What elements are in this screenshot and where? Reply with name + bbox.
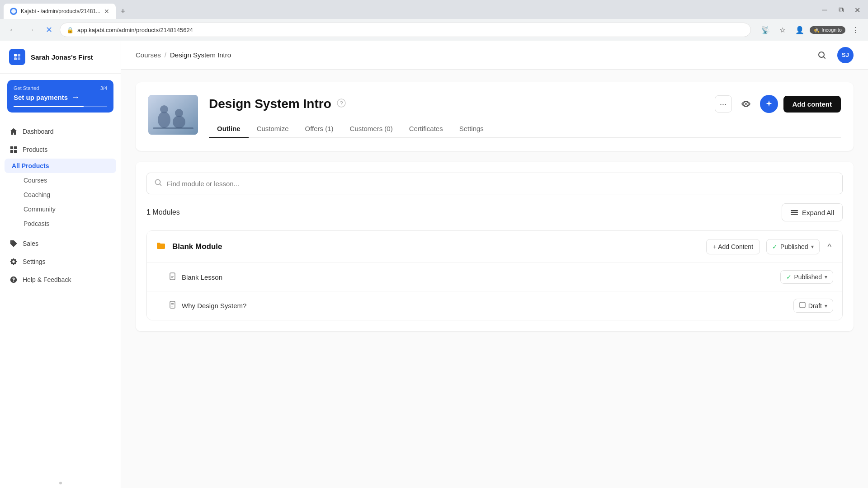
course-preview-btn[interactable] bbox=[737, 95, 755, 113]
new-tab-btn[interactable]: + bbox=[116, 4, 130, 19]
course-magic-btn[interactable] bbox=[760, 95, 778, 113]
tab-certificates[interactable]: Certificates bbox=[401, 120, 451, 138]
tab-customers[interactable]: Customers (0) bbox=[342, 120, 401, 138]
svg-rect-2 bbox=[18, 54, 20, 56]
sidebar-item-help[interactable]: Help & Feedback bbox=[0, 271, 121, 289]
module-title: Blank Module bbox=[172, 242, 700, 251]
tab-close-btn[interactable]: ✕ bbox=[104, 8, 109, 15]
lesson-check-icon: ✓ bbox=[786, 273, 792, 281]
url-text: app.kajabi.com/admin/products/2148145624 bbox=[77, 27, 193, 33]
svg-point-12 bbox=[158, 112, 170, 128]
sidebar-item-products[interactable]: Products bbox=[0, 141, 121, 159]
incognito-badge: 🕵 Incognito bbox=[810, 26, 845, 34]
check-icon: ✓ bbox=[772, 243, 778, 250]
app: Sarah Jonas's First Get Started 3/4 Set … bbox=[0, 41, 868, 488]
restore-btn[interactable]: ⧉ bbox=[834, 3, 848, 17]
browser-tabs: Kajabi - /admin/products/21481... ✕ + ─ … bbox=[0, 0, 868, 19]
products-label: Products bbox=[23, 146, 47, 153]
svg-rect-8 bbox=[14, 150, 17, 153]
tab-settings[interactable]: Settings bbox=[451, 120, 492, 138]
sidebar-item-podcasts[interactable]: Podcasts bbox=[0, 216, 121, 231]
topbar: Courses / Design System Intro SJ bbox=[121, 41, 868, 70]
address-bar[interactable]: 🔒 app.kajabi.com/admin/products/21481456… bbox=[60, 23, 751, 37]
tab-customize[interactable]: Customize bbox=[249, 120, 297, 138]
sidebar-item-community[interactable]: Community bbox=[0, 202, 121, 216]
get-started-arrow: → bbox=[71, 93, 80, 102]
search-input[interactable] bbox=[167, 180, 835, 188]
svg-rect-16 bbox=[153, 127, 193, 129]
course-thumbnail bbox=[148, 95, 198, 135]
sidebar-item-settings[interactable]: Settings bbox=[0, 253, 121, 271]
brand-name: Sarah Jonas's First bbox=[31, 53, 93, 61]
module-published-badge[interactable]: ✓ Published ▾ bbox=[766, 239, 820, 254]
sidebar-item-all-products[interactable]: All Products bbox=[5, 159, 116, 173]
cast-btn[interactable]: 📡 bbox=[758, 23, 773, 37]
module-add-content-btn[interactable]: + Add Content bbox=[706, 239, 760, 254]
course-help-icon[interactable]: ? bbox=[337, 99, 346, 110]
course-more-btn[interactable]: ··· bbox=[715, 95, 732, 113]
tab-favicon bbox=[10, 8, 17, 15]
lesson-item: Why Design System? Draft ▾ bbox=[147, 291, 842, 320]
svg-rect-3 bbox=[14, 57, 17, 60]
course-header: Design System Intro ? ··· bbox=[136, 82, 854, 151]
profile-btn[interactable]: 👤 bbox=[793, 23, 807, 37]
minimize-btn[interactable]: ─ bbox=[817, 3, 832, 17]
svg-point-0 bbox=[11, 9, 16, 14]
sidebar-item-coaching[interactable]: Coaching bbox=[0, 188, 121, 202]
svg-point-20 bbox=[745, 103, 747, 105]
sidebar-item-dashboard[interactable]: Dashboard bbox=[0, 122, 121, 141]
browser-chrome: Kajabi - /admin/products/21481... ✕ + ─ … bbox=[0, 0, 868, 41]
app-logo[interactable] bbox=[9, 49, 25, 65]
bookmark-btn[interactable]: ☆ bbox=[775, 23, 790, 37]
course-title: Design System Intro bbox=[209, 97, 331, 111]
tab-outline[interactable]: Outline bbox=[209, 120, 249, 138]
main-content: Courses / Design System Intro SJ bbox=[121, 41, 868, 488]
svg-rect-1 bbox=[14, 54, 17, 56]
document-icon bbox=[169, 301, 176, 310]
get-started-label: Get Started 3/4 bbox=[14, 85, 107, 91]
expand-all-btn[interactable]: Expand All bbox=[782, 203, 843, 221]
draft-chevron-icon: ▾ bbox=[825, 303, 827, 309]
menu-btn[interactable]: ⋮ bbox=[848, 23, 863, 37]
tab-offers[interactable]: Offers (1) bbox=[297, 120, 342, 138]
course-actions: ··· bbox=[715, 95, 841, 113]
lesson-draft-badge[interactable]: Draft ▾ bbox=[793, 299, 833, 313]
search-bar-icon bbox=[154, 178, 162, 188]
lock-icon: 🔒 bbox=[66, 27, 74, 33]
user-avatar[interactable]: SJ bbox=[837, 47, 854, 63]
get-started-card[interactable]: Get Started 3/4 Set up payments → bbox=[7, 80, 113, 113]
add-content-btn[interactable]: Add content bbox=[783, 96, 841, 113]
breadcrumb-parent[interactable]: Courses bbox=[136, 51, 161, 59]
active-tab[interactable]: Kajabi - /admin/products/21481... ✕ bbox=[4, 4, 116, 19]
content-area: Design System Intro ? ··· bbox=[121, 70, 868, 488]
grid-icon bbox=[9, 145, 18, 154]
folder-icon bbox=[156, 241, 166, 253]
breadcrumb: Courses / Design System Intro bbox=[136, 51, 808, 59]
forward-btn[interactable]: → bbox=[24, 23, 38, 37]
search-btn[interactable] bbox=[814, 47, 830, 63]
svg-text:?: ? bbox=[340, 100, 343, 107]
course-tabs: Outline Customize Offers (1) Customers (… bbox=[209, 120, 841, 138]
svg-rect-7 bbox=[10, 150, 13, 153]
dashboard-label: Dashboard bbox=[23, 128, 54, 135]
sidebar-item-sales[interactable]: Sales bbox=[0, 235, 121, 253]
help-label: Help & Feedback bbox=[23, 276, 71, 283]
courses-label: Courses bbox=[24, 177, 47, 184]
sales-label: Sales bbox=[23, 240, 38, 247]
back-btn[interactable]: ← bbox=[5, 23, 20, 37]
draft-icon bbox=[799, 302, 806, 310]
browser-actions: 📡 ☆ 👤 🕵 Incognito ⋮ bbox=[758, 23, 863, 37]
browser-nav: ← → ✕ 🔒 app.kajabi.com/admin/products/21… bbox=[0, 19, 868, 41]
sidebar-nav: Dashboard Products All Products Courses … bbox=[0, 119, 121, 478]
close-btn[interactable]: ✕ bbox=[850, 3, 864, 17]
reload-btn[interactable]: ✕ bbox=[42, 23, 56, 37]
tag-icon bbox=[9, 239, 18, 248]
lesson-published-badge[interactable]: ✓ Published ▾ bbox=[780, 270, 834, 284]
progress-fill bbox=[14, 106, 84, 107]
progress-bar bbox=[14, 106, 107, 107]
get-started-title: Set up payments → bbox=[14, 93, 107, 102]
settings-label: Settings bbox=[23, 258, 46, 265]
module-collapse-btn[interactable]: ^ bbox=[826, 240, 833, 253]
sidebar-item-courses[interactable]: Courses bbox=[0, 173, 121, 188]
scroll-dot bbox=[59, 482, 62, 484]
